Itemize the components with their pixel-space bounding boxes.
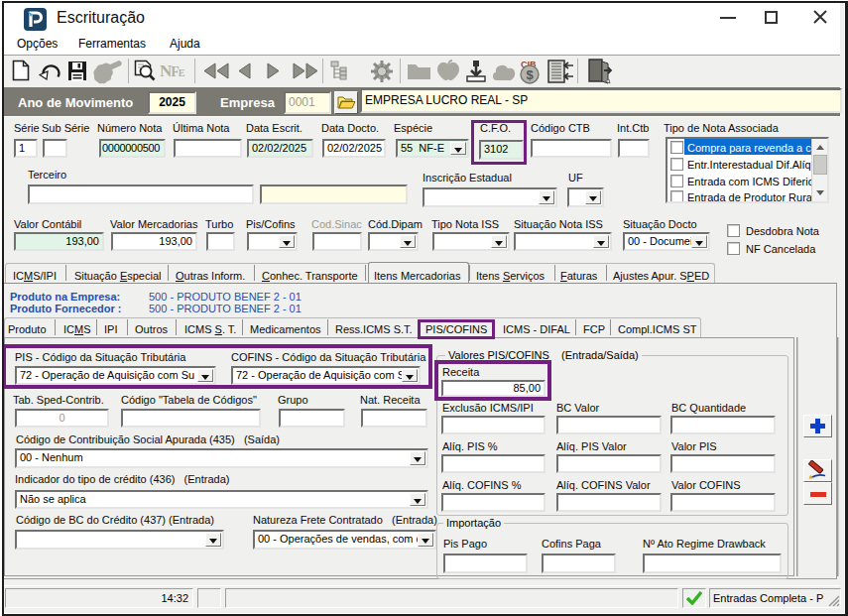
svg-text:$: $ xyxy=(527,67,535,82)
